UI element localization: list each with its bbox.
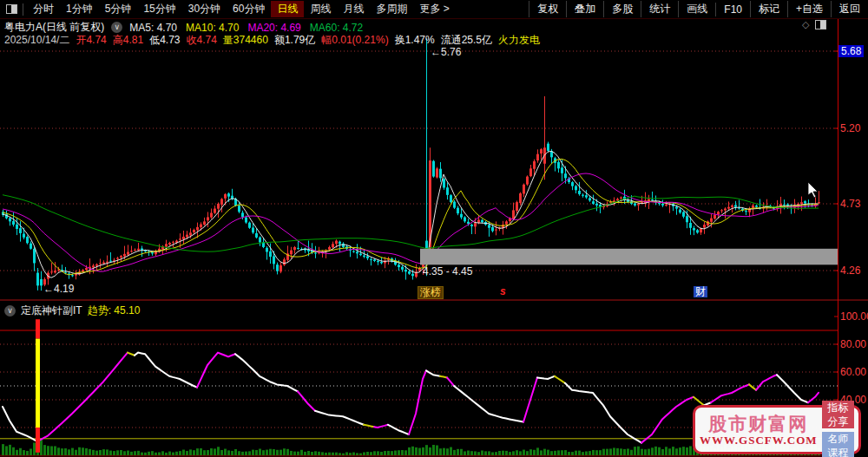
toolbar-button-0[interactable]: 复权 bbox=[529, 1, 566, 17]
period-tab-9[interactable]: 多周期 bbox=[370, 1, 413, 17]
detail-segment-8: 换1.47% bbox=[395, 33, 435, 48]
chart-canvas bbox=[0, 0, 868, 457]
price-label-4.26: 4.26 bbox=[840, 264, 860, 277]
low-price-annotation: ←4.19 bbox=[43, 283, 74, 295]
chart-corner-icons: ◇ bbox=[802, 19, 826, 30]
price-label-4.73: 4.73 bbox=[840, 198, 860, 210]
period-tab-3[interactable]: 15分钟 bbox=[137, 1, 181, 17]
toolbar-button-8[interactable]: 返回 bbox=[831, 1, 868, 17]
price-label-5.68: 5.68 bbox=[838, 45, 864, 57]
toolbar-button-4[interactable]: 画线 bbox=[678, 1, 715, 17]
indicator-header: ∨ 定底神针副IT 趋势: 45.10 bbox=[4, 304, 140, 318]
toolbar-button-3[interactable]: 统计 bbox=[641, 1, 678, 17]
detail-segment-7: 幅0.01(0.21%) bbox=[321, 33, 388, 48]
period-tab-7[interactable]: 周线 bbox=[304, 1, 337, 17]
indicator-name: 定底神针副IT bbox=[21, 304, 82, 318]
price-label-5.20: 5.20 bbox=[840, 122, 860, 134]
marker-gold[interactable]: 涨榜 bbox=[418, 286, 444, 299]
indicator-label-100.00: 100.00 bbox=[840, 310, 868, 323]
toolbar-right-buttons: 复权叠加多股统计画线F10标记+自选返回 bbox=[529, 1, 868, 17]
toolbar-button-6[interactable]: 标记 bbox=[750, 1, 787, 17]
high-price-annotation: ←5.76 bbox=[431, 46, 461, 58]
period-toolbar: 分时1分钟5分钟15分钟30分钟60分钟日线周线月线多周期更多 > 复权叠加多股… bbox=[0, 0, 868, 19]
toolbar-divider bbox=[23, 3, 23, 16]
period-tab-5[interactable]: 60分钟 bbox=[227, 1, 271, 17]
detail-segment-0: 2025/10/14/二 bbox=[4, 33, 69, 48]
ma-label-3: MA60: 4.72 bbox=[310, 22, 363, 34]
period-tab-1[interactable]: 1分钟 bbox=[60, 1, 99, 17]
chevron-down-icon[interactable]: ∨ bbox=[111, 22, 122, 33]
ma-legend: MA5: 4.70MA10: 4.70MA20: 4.69MA60: 4.72 bbox=[129, 22, 363, 34]
indicator-chevron-down-icon[interactable]: ∨ bbox=[4, 305, 16, 317]
toolbar-button-5[interactable]: F10 bbox=[715, 3, 750, 16]
ma-label-0: MA5: 4.70 bbox=[129, 22, 177, 34]
detail-segment-5: 量374460 bbox=[223, 33, 268, 48]
diamond-icon[interactable]: ◇ bbox=[802, 19, 809, 30]
watermark-tag-2: 名师课程 bbox=[822, 432, 854, 457]
watermark-url: WWW.GSCFW.COM bbox=[700, 434, 818, 447]
toolbar-button-1[interactable]: 叠加 bbox=[566, 1, 603, 17]
period-tab-8[interactable]: 月线 bbox=[337, 1, 370, 17]
period-tab-2[interactable]: 5分钟 bbox=[99, 1, 138, 17]
ma-label-1: MA10: 4.70 bbox=[186, 22, 239, 34]
period-tabs: 分时1分钟5分钟15分钟30分钟60分钟日线周线月线多周期更多 > bbox=[27, 1, 456, 17]
period-tab-6[interactable]: 日线 bbox=[271, 1, 304, 17]
period-tab-4[interactable]: 30分钟 bbox=[182, 1, 227, 17]
stock-app-window: 分时1分钟5分钟15分钟30分钟60分钟日线周线月线多周期更多 > 复权叠加多股… bbox=[0, 0, 868, 457]
detail-segment-4: 收4.74 bbox=[186, 33, 216, 48]
ma-label-2: MA20: 4.69 bbox=[247, 22, 300, 34]
detail-segment-10: 火力发电 bbox=[498, 33, 540, 48]
toolbar-button-7[interactable]: +自选 bbox=[787, 1, 831, 17]
watermark-tags: 指标分享 名师课程 bbox=[822, 401, 854, 457]
indicator-label-60.00: 60.00 bbox=[840, 366, 866, 378]
period-tab-0[interactable]: 分时 bbox=[27, 1, 60, 17]
marker-red[interactable]: s bbox=[498, 286, 508, 297]
indicator-label-80.00: 80.00 bbox=[840, 338, 866, 350]
watermark-text: 股市财富网 WWW.GSCFW.COM bbox=[700, 414, 818, 447]
marker-blue[interactable]: 财 bbox=[694, 286, 707, 297]
watermark-tag-1: 指标分享 bbox=[822, 401, 854, 428]
watermark-box: 股市财富网 WWW.GSCFW.COM 指标分享 名师课程 bbox=[693, 405, 861, 454]
mini-window-icon[interactable] bbox=[815, 20, 826, 29]
watermark-title: 股市财富网 bbox=[700, 414, 818, 434]
period-tab-10[interactable]: 更多 > bbox=[413, 1, 455, 17]
mouse-cursor bbox=[807, 182, 819, 199]
detail-segment-2: 高4.81 bbox=[113, 33, 143, 48]
window-icon[interactable] bbox=[6, 4, 17, 14]
toolbar-button-2[interactable]: 多股 bbox=[603, 1, 641, 17]
indicator-trend-value: 趋势: 45.10 bbox=[88, 304, 141, 318]
detail-segment-1: 开4.74 bbox=[76, 33, 106, 48]
detail-segment-6: 额1.79亿 bbox=[274, 33, 315, 48]
support-zone-label: 4.35 - 4.45 bbox=[423, 265, 472, 277]
detail-segment-3: 低4.73 bbox=[149, 33, 180, 48]
